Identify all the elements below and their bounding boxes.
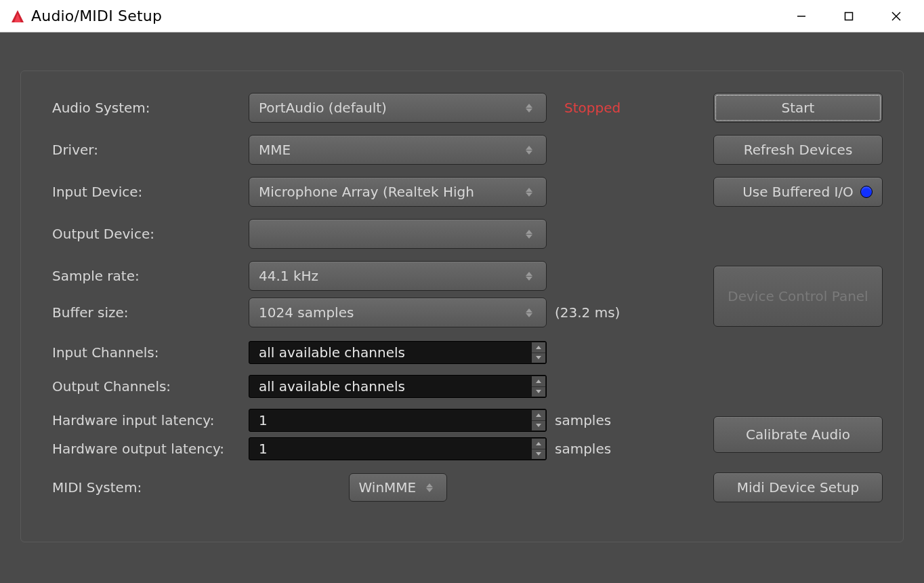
svg-marker-16 xyxy=(526,308,532,313)
hw-input-latency-spinbox[interactable]: 1 xyxy=(249,409,547,432)
svg-marker-11 xyxy=(526,193,532,197)
titlebar[interactable]: Audio/MIDI Setup xyxy=(0,0,924,33)
svg-marker-24 xyxy=(536,442,541,445)
input-channels-spinbox[interactable]: all available channels xyxy=(249,341,547,364)
engine-status: Stopped xyxy=(555,100,621,116)
spin-arrows-icon xyxy=(532,376,545,397)
label-audio-system: Audio System: xyxy=(52,100,249,116)
app-logo-icon xyxy=(9,8,26,24)
audio-system-select[interactable]: PortAudio (default) xyxy=(249,93,547,123)
label-driver: Driver: xyxy=(52,142,249,158)
settings-panel: Audio System: PortAudio (default) Stoppe… xyxy=(20,71,904,542)
client-area: Audio System: PortAudio (default) Stoppe… xyxy=(0,33,924,583)
svg-marker-10 xyxy=(526,188,532,192)
maximize-button[interactable] xyxy=(825,0,873,32)
label-input-channels: Input Channels: xyxy=(52,344,249,361)
sample-rate-value: 44.1 kHz xyxy=(259,268,318,284)
output-channels-spinbox[interactable]: all available channels xyxy=(249,375,547,398)
label-buffer-size: Buffer size: xyxy=(52,304,249,321)
label-hw-input-latency: Hardware input latency: xyxy=(52,412,249,428)
spin-arrows-icon xyxy=(532,342,545,363)
svg-rect-3 xyxy=(845,12,853,20)
window: Audio/MIDI Setup Audio System: xyxy=(0,0,924,583)
svg-marker-12 xyxy=(526,230,532,234)
svg-marker-14 xyxy=(526,272,532,276)
output-device-select[interactable] xyxy=(249,219,547,249)
svg-marker-23 xyxy=(536,424,541,427)
updown-icon xyxy=(526,178,539,206)
svg-marker-6 xyxy=(526,104,532,108)
label-input-device: Input Device: xyxy=(52,184,249,200)
buffer-size-select[interactable]: 1024 samples xyxy=(249,298,547,327)
label-hw-output-latency: Hardware output latency: xyxy=(52,441,249,457)
updown-icon xyxy=(526,220,539,248)
close-button[interactable] xyxy=(873,0,920,32)
hw-input-latency-value: 1 xyxy=(259,412,268,428)
label-output-channels: Output Channels: xyxy=(52,378,249,395)
samples-unit: samples xyxy=(555,441,611,457)
updown-icon xyxy=(526,136,539,164)
refresh-devices-button[interactable]: Refresh Devices xyxy=(713,135,883,165)
use-buffered-io-toggle[interactable]: Use Buffered I/O xyxy=(713,177,883,207)
buffer-ms: (23.2 ms) xyxy=(555,304,620,321)
input-device-select[interactable]: Microphone Array (Realtek High xyxy=(249,177,547,207)
svg-marker-22 xyxy=(536,414,541,417)
toggle-indicator-icon xyxy=(860,186,873,198)
svg-marker-20 xyxy=(536,380,541,383)
calibrate-audio-button[interactable]: Calibrate Audio xyxy=(713,416,883,453)
updown-icon xyxy=(526,298,539,327)
svg-marker-7 xyxy=(526,108,532,113)
midi-device-setup-button[interactable]: Midi Device Setup xyxy=(713,473,883,502)
hw-output-latency-spinbox[interactable]: 1 xyxy=(249,437,547,460)
label-sample-rate: Sample rate: xyxy=(52,268,249,284)
sample-rate-select[interactable]: 44.1 kHz xyxy=(249,261,547,291)
svg-marker-17 xyxy=(526,313,532,317)
svg-marker-21 xyxy=(536,390,541,393)
input-channels-value: all available channels xyxy=(259,344,405,361)
svg-marker-8 xyxy=(526,146,532,150)
spin-arrows-icon xyxy=(532,439,545,459)
hw-output-latency-value: 1 xyxy=(259,441,268,457)
output-channels-value: all available channels xyxy=(259,378,405,395)
svg-marker-13 xyxy=(526,235,532,239)
start-button[interactable]: Start xyxy=(713,93,883,123)
updown-icon xyxy=(526,94,539,122)
midi-system-select[interactable]: WinMME xyxy=(349,473,447,502)
updown-icon xyxy=(526,262,539,290)
spin-arrows-icon xyxy=(532,410,545,430)
samples-unit: samples xyxy=(555,412,611,428)
label-midi-system: MIDI System: xyxy=(52,479,249,496)
driver-value: MME xyxy=(259,142,291,158)
buffer-size-value: 1024 samples xyxy=(259,304,354,321)
svg-marker-9 xyxy=(526,150,532,155)
svg-marker-18 xyxy=(536,346,541,349)
svg-marker-15 xyxy=(526,277,532,281)
midi-system-value: WinMME xyxy=(359,479,417,496)
device-control-panel-button[interactable]: Device Control Panel xyxy=(713,266,883,327)
driver-select[interactable]: MME xyxy=(249,135,547,165)
svg-marker-27 xyxy=(426,488,433,492)
audio-system-value: PortAudio (default) xyxy=(259,100,387,116)
updown-icon xyxy=(426,474,440,501)
svg-marker-26 xyxy=(426,483,433,487)
svg-marker-25 xyxy=(536,452,541,456)
svg-marker-19 xyxy=(536,356,541,359)
label-output-device: Output Device: xyxy=(52,226,249,242)
input-device-value: Microphone Array (Realtek High xyxy=(259,184,474,200)
minimize-button[interactable] xyxy=(778,0,825,32)
window-title: Audio/MIDI Setup xyxy=(31,7,778,24)
